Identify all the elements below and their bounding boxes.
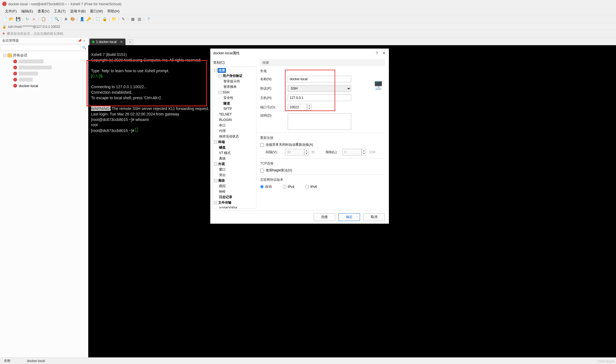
session-item-docker-local[interactable]: docker-local xyxy=(0,83,88,89)
desc-textarea[interactable] xyxy=(288,113,351,130)
font-icon[interactable]: A xyxy=(63,16,69,22)
dialog-footer: 连接 确定 取消 xyxy=(210,210,389,223)
cat-loginscript[interactable]: 登录脚本 xyxy=(213,84,256,90)
cat-popout[interactable]: 突出 xyxy=(213,172,256,178)
cat-tunnel[interactable]: 隧道 xyxy=(213,101,256,106)
menu-file[interactable]: 文件(F) xyxy=(3,8,19,15)
cat-sftp[interactable]: SFTP xyxy=(213,106,256,112)
tree-root[interactable]: − 所有会话 xyxy=(0,52,88,58)
lock-icon[interactable]: 🔒 xyxy=(102,16,108,22)
session-item-blurred[interactable] xyxy=(0,58,88,64)
port-spinner[interactable]: ▲▼ xyxy=(288,104,311,110)
watermark: CSDN @cgv3 xyxy=(597,360,614,363)
desc-label: 说明(D): xyxy=(260,113,288,118)
cat-ssh[interactable]: −SSH xyxy=(213,90,256,95)
help-icon[interactable]: ? xyxy=(376,51,378,56)
cat-xymodem[interactable]: X/YMODEM xyxy=(213,205,256,209)
cat-loginprompt[interactable]: 登录提示符 xyxy=(213,79,256,84)
protocol-select[interactable]: SSH xyxy=(288,85,351,92)
auto-reconnect-checkbox[interactable] xyxy=(260,143,264,147)
close-panel-icon[interactable]: ✕ xyxy=(83,39,86,43)
color-icon[interactable]: 🎨 xyxy=(70,16,76,22)
menu-tools[interactable]: 工具(T) xyxy=(52,8,68,15)
cat-serial[interactable]: 串口 xyxy=(213,123,256,128)
cat-telnet[interactable]: TELNET xyxy=(213,112,256,117)
menu-tabs[interactable]: 选项卡(B) xyxy=(68,8,88,15)
radio-auto[interactable] xyxy=(260,185,264,188)
close-tab-icon[interactable]: ✕ xyxy=(120,40,123,44)
cat-keepalive[interactable]: 保持活动状态 xyxy=(213,134,256,139)
connected-indicator-icon xyxy=(92,41,94,43)
menu-window[interactable]: 窗口(W) xyxy=(88,8,105,15)
cat-rlogin[interactable]: RLOGIN xyxy=(213,117,256,123)
search-icon[interactable]: 🔍 xyxy=(81,45,87,50)
cat-appearance[interactable]: −外观 xyxy=(213,161,256,167)
new-session-icon[interactable]: 📄 xyxy=(2,16,8,22)
session-search-input[interactable] xyxy=(1,45,81,50)
connect-button[interactable]: 连接 xyxy=(314,213,335,221)
key-icon[interactable]: 🔑 xyxy=(86,16,92,22)
cat-advanced-terminal[interactable]: 高级 xyxy=(213,156,256,161)
script-icon[interactable]: ✎ xyxy=(120,16,126,22)
session-item-blurred[interactable] xyxy=(0,71,88,77)
cat-connection[interactable]: −连接 xyxy=(213,68,256,73)
cat-bell[interactable]: 响铃 xyxy=(213,189,256,194)
new-tab-button[interactable]: + xyxy=(127,39,133,45)
session-search: 🔍 xyxy=(0,44,88,51)
dialog-title-bar: docker-local属性 ? ✕ xyxy=(210,49,389,58)
tab-docker-local[interactable]: 1 docker-local ✕ xyxy=(89,39,126,45)
session-item-blurred[interactable] xyxy=(0,77,88,83)
session-manager-header: 会话管理器 📌✕ xyxy=(0,37,88,44)
help-icon[interactable]: ? xyxy=(146,16,152,22)
session-icon xyxy=(13,72,17,76)
fullscreen-icon[interactable]: ⛶ xyxy=(95,16,101,22)
host-label: 主机(H): xyxy=(260,96,288,100)
cat-window[interactable]: 窗口 xyxy=(213,167,256,172)
session-tree[interactable]: − 所有会话 docker-local xyxy=(0,51,88,357)
reconnect-icon[interactable]: ↻ xyxy=(24,16,30,22)
open-icon[interactable]: 📂 xyxy=(8,16,14,22)
cat-advanced[interactable]: −高级 xyxy=(213,178,256,183)
radio-ipv6[interactable] xyxy=(305,185,309,188)
nagle-checkbox[interactable] xyxy=(260,169,264,172)
port-input[interactable] xyxy=(288,104,307,110)
cat-filetransfer[interactable]: −文件传输 xyxy=(213,200,256,205)
layout1-icon[interactable]: ▦ xyxy=(130,16,136,22)
cat-terminal[interactable]: −终端 xyxy=(213,139,256,145)
cancel-button[interactable]: 取消 xyxy=(363,213,385,221)
layout2-icon[interactable]: ▥ xyxy=(136,16,142,22)
disconnect-icon[interactable]: ⨯ xyxy=(31,16,37,22)
address-text[interactable]: ssh://root:********@127.0.0.1:10022 xyxy=(8,25,60,29)
pin-icon[interactable]: 📌 xyxy=(78,39,82,43)
limit-spinner: ▲▼ xyxy=(342,149,366,155)
cat-logging[interactable]: 日志记录 xyxy=(213,194,256,200)
category-tree[interactable]: −连接 −用户身份验证 登录提示符 登录脚本 −SSH 安全性 隧道 SFTP … xyxy=(213,67,256,209)
xftp-icon[interactable]: 📁 xyxy=(111,16,117,22)
cat-auth[interactable]: −用户身份验证 xyxy=(213,73,256,79)
form-panel: 连接 常规 名称(N): 协议(P): SSH 主机(H): 端口号(O): xyxy=(257,58,389,210)
menu-view[interactable]: 查看(V) xyxy=(35,8,52,15)
ok-button[interactable]: 确定 xyxy=(338,213,360,221)
paste-icon[interactable]: 📄 xyxy=(47,16,53,22)
host-input[interactable] xyxy=(288,95,351,101)
session-item-blurred[interactable] xyxy=(0,64,88,71)
cat-vtmode[interactable]: VT 模式 xyxy=(213,150,256,156)
name-input[interactable] xyxy=(288,76,351,82)
spin-down-icon[interactable]: ▼ xyxy=(307,107,311,110)
user-icon[interactable]: 👤 xyxy=(79,16,85,22)
close-icon[interactable]: ✕ xyxy=(382,51,386,56)
spin-up-icon[interactable]: ▲ xyxy=(307,104,311,107)
menu-edit[interactable]: 编辑(E) xyxy=(19,8,35,15)
group-reconnect: 重新连接 xyxy=(260,136,385,140)
search-icon[interactable]: 🔍 xyxy=(54,16,60,22)
radio-ipv4[interactable] xyxy=(283,185,286,188)
collapse-icon[interactable]: − xyxy=(3,54,6,57)
menu-help[interactable]: 帮助(H) xyxy=(105,8,122,15)
save-icon[interactable]: 💾 xyxy=(15,16,21,22)
cat-security[interactable]: 安全性 xyxy=(213,95,256,101)
category-panel: 类别(C): −连接 −用户身份验证 登录提示符 登录脚本 −SSH 安全性 隧… xyxy=(210,58,257,210)
cat-proxy[interactable]: 代理 xyxy=(213,128,256,134)
cat-keyboard[interactable]: 键盘 xyxy=(213,145,256,150)
cat-trace[interactable]: 跟踪 xyxy=(213,183,256,189)
copy-icon[interactable]: 📋 xyxy=(40,16,46,22)
